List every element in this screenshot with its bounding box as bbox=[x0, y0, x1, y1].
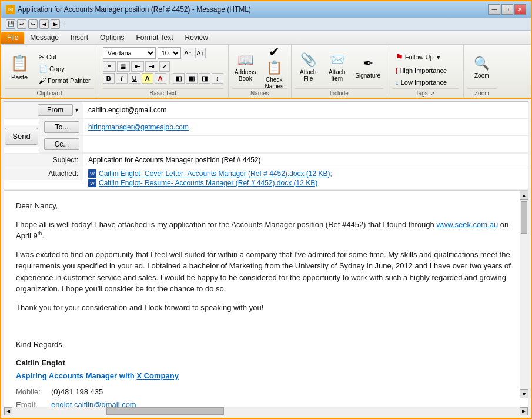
font-grow-button[interactable]: A↑ bbox=[183, 48, 193, 58]
sig-email-link[interactable]: englot.caitlin@gmail.com bbox=[51, 399, 136, 407]
align-center-button[interactable]: ▣ bbox=[186, 73, 198, 84]
to-label-area: To... bbox=[39, 119, 83, 135]
scroll-right-button[interactable]: ▶ bbox=[520, 407, 528, 415]
scroll-track bbox=[520, 200, 528, 389]
menu-insert[interactable]: Insert bbox=[65, 32, 94, 44]
para1: I hope all is well today! I have attache… bbox=[16, 219, 516, 242]
font-size-select[interactable]: 10.5 bbox=[158, 47, 181, 59]
cc-button[interactable]: Cc... bbox=[44, 138, 79, 150]
back-qa-button[interactable]: ◀ bbox=[39, 19, 49, 29]
dialog-launcher-basic-text[interactable]: ↗ bbox=[159, 61, 170, 72]
copy-button[interactable]: 📄 Copy bbox=[35, 64, 94, 74]
sig-title-prefix: Aspiring Accounts Manager with bbox=[16, 371, 136, 380]
high-importance-label: High Importance bbox=[399, 67, 447, 74]
increase-indent-button[interactable]: ⇥ bbox=[145, 61, 158, 72]
scroll-left-button[interactable]: ◀ bbox=[4, 407, 12, 415]
maximize-button[interactable]: □ bbox=[501, 4, 513, 15]
window-controls[interactable]: — □ ✕ bbox=[488, 4, 526, 15]
sig-closing bbox=[16, 320, 516, 332]
tags-dialog-launcher[interactable]: ↗ bbox=[430, 91, 435, 97]
h-scroll-track bbox=[12, 407, 520, 415]
seek-link[interactable]: www.seek.com.au bbox=[436, 220, 498, 229]
zoom-button[interactable]: 🔍 Zoom bbox=[467, 49, 497, 85]
sig-title-line: Aspiring Accounts Manager with X Company bbox=[16, 370, 516, 382]
underline-button[interactable]: U bbox=[129, 73, 140, 84]
attach-item-button[interactable]: 📨 Attach Item bbox=[324, 49, 350, 85]
format-painter-button[interactable]: 🖌 Format Painter bbox=[35, 75, 94, 86]
scroll-thumb[interactable] bbox=[521, 201, 527, 234]
menu-message[interactable]: Message bbox=[24, 32, 65, 44]
sig-mobile-value: (0)481 198 435 bbox=[51, 386, 103, 398]
cut-button[interactable]: ✂ Cut bbox=[35, 52, 94, 62]
attachment-2-link[interactable]: Caitlin Englot- Resume- Accounts Manager… bbox=[99, 179, 317, 187]
menu-options[interactable]: Options bbox=[94, 32, 130, 44]
check-names-button[interactable]: ✔📋 Check Names bbox=[261, 49, 287, 85]
close-button[interactable]: ✕ bbox=[514, 4, 526, 15]
h-scroll-thumb[interactable] bbox=[106, 407, 224, 415]
list-unordered-button[interactable]: ≡ bbox=[103, 61, 116, 72]
forward-qa-button[interactable]: ▶ bbox=[51, 19, 60, 29]
redo-qa-button[interactable]: ↪ bbox=[28, 19, 38, 29]
signature-button[interactable]: ✒ Signature bbox=[353, 49, 383, 85]
from-button[interactable]: From bbox=[38, 104, 73, 116]
cc-input[interactable] bbox=[88, 140, 523, 148]
para2: I was excited to find an opportunity tha… bbox=[16, 249, 516, 295]
scroll-down-button[interactable]: ▼ bbox=[520, 389, 528, 398]
font-color-button[interactable]: A bbox=[155, 73, 166, 84]
bold-button[interactable]: B bbox=[103, 73, 115, 84]
high-importance-button[interactable]: ! High Importance bbox=[392, 65, 459, 76]
menu-bar: File Message Insert Options Format Text … bbox=[1, 31, 531, 45]
line-spacing-button[interactable]: ↕ bbox=[212, 73, 223, 84]
check-names-label: Check Names bbox=[262, 77, 287, 89]
paste-icon: 📋 bbox=[10, 54, 29, 72]
basic-text-group: Verdana 10.5 A↑ A↓ ≡ ≣ ⇤ ⇥ ↗ bbox=[98, 45, 229, 98]
vertical-scrollbar[interactable]: ▲ ▼ bbox=[520, 191, 528, 398]
send-button[interactable]: Send bbox=[5, 128, 38, 145]
check-names-icon: ✔📋 bbox=[262, 45, 287, 75]
format-painter-label: Format Painter bbox=[48, 77, 91, 84]
from-dropdown-icon: ▼ bbox=[74, 107, 79, 113]
cc-value[interactable] bbox=[83, 138, 528, 151]
decrease-indent-button[interactable]: ⇤ bbox=[131, 61, 144, 72]
attach-file-icon: 📎 bbox=[300, 52, 316, 68]
subject-label: Subject: bbox=[4, 154, 83, 167]
follow-up-button[interactable]: ⚑ Follow Up ▼ bbox=[392, 51, 459, 64]
align-left-button[interactable]: ◧ bbox=[173, 73, 185, 84]
subject-value[interactable]: Application for Accounts Manager positio… bbox=[83, 154, 528, 167]
to-row: Send To... hiringmanager@getmeajob.com C… bbox=[4, 119, 528, 154]
email-body[interactable]: Dear Nancy, I hope all is well today! I … bbox=[4, 191, 528, 407]
minimize-button[interactable]: — bbox=[488, 4, 500, 15]
align-right-button[interactable]: ◨ bbox=[199, 73, 210, 84]
font-family-select[interactable]: Verdana bbox=[103, 47, 156, 59]
menu-review[interactable]: Review bbox=[179, 32, 214, 44]
names-group-label: Names bbox=[232, 88, 287, 98]
font-shrink-button[interactable]: A↓ bbox=[195, 48, 206, 58]
menu-format-text[interactable]: Format Text bbox=[130, 32, 179, 44]
sig-name: Caitlin Englot bbox=[16, 357, 516, 369]
paste-button[interactable]: 📋 Paste bbox=[5, 49, 34, 85]
undo-qa-button[interactable]: ↩ bbox=[17, 19, 26, 29]
include-group-label: Include bbox=[295, 88, 383, 98]
to-email[interactable]: hiringmanager@getmeajob.com bbox=[88, 123, 189, 131]
quick-access-toolbar: 💾 ↩ ↪ ◀ ▶ | bbox=[1, 18, 531, 31]
zoom-icon: 🔍 bbox=[474, 56, 490, 71]
sig-company-link[interactable]: X Company bbox=[136, 371, 179, 380]
address-book-button[interactable]: 📖 Address Book bbox=[232, 49, 259, 85]
scroll-up-button[interactable]: ▲ bbox=[520, 191, 528, 200]
clipboard-group-label: Clipboard bbox=[5, 88, 94, 98]
attach-file-label: Attach File bbox=[296, 69, 321, 82]
highlight-button[interactable]: A bbox=[142, 73, 153, 84]
list-ordered-button[interactable]: ≣ bbox=[117, 61, 130, 72]
menu-file[interactable]: File bbox=[1, 32, 24, 44]
attachment-1-link[interactable]: Caitlin Englot- Cover Letter- Accounts M… bbox=[99, 169, 332, 178]
save-qa-button[interactable]: 💾 bbox=[6, 19, 15, 29]
low-importance-button[interactable]: ↓ Low Importance bbox=[392, 77, 459, 88]
attach-file-button[interactable]: 📎 Attach File bbox=[295, 49, 322, 85]
to-button[interactable]: To... bbox=[44, 121, 79, 133]
sig-email-label: Email: bbox=[16, 399, 51, 407]
italic-button[interactable]: I bbox=[116, 73, 128, 84]
sig-mobile-label: Mobile: bbox=[16, 386, 51, 398]
qa-separator: | bbox=[64, 21, 66, 27]
flag-icon: ⚑ bbox=[395, 52, 403, 63]
horizontal-scrollbar[interactable]: ◀ ▶ bbox=[4, 407, 528, 415]
